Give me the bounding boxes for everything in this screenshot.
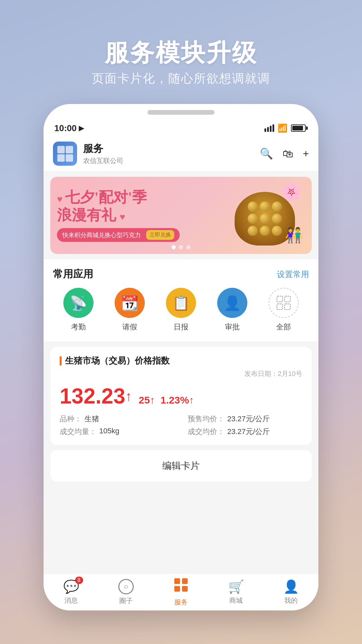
svg-rect-7 <box>182 586 188 592</box>
price-card: 生猪市场（交易）价格指数 发布日期：2月10号 132.23 ↑ 25↑ 1.2… <box>50 347 312 445</box>
svg-rect-6 <box>174 586 180 592</box>
dot-1 <box>172 245 176 249</box>
dot-2 <box>179 245 183 249</box>
quanbu-label: 全部 <box>276 322 291 332</box>
svg-rect-2 <box>277 304 283 310</box>
app-qingjia[interactable]: 📆 请假 <box>104 288 156 332</box>
bag-icon[interactable]: 🛍 <box>283 148 293 160</box>
tab-circle-label: 圈子 <box>119 596 133 605</box>
add-icon[interactable]: + <box>303 148 309 160</box>
price-detail-breed: 品种： 生猪 <box>60 414 174 424</box>
tab-mall[interactable]: 🛒 商城 <box>208 579 263 605</box>
price-value: 132.23 ↑ <box>60 384 132 409</box>
qingjia-icon: 📆 <box>115 288 145 318</box>
phone-frame: 10:00 ▶ 📶 <box>44 104 318 610</box>
tab-service[interactable]: 服务 <box>154 578 208 607</box>
app-shenpi[interactable]: 👤 审批 <box>206 288 258 332</box>
quanbu-icon <box>268 288 299 318</box>
kaoqin-icon: 📡 <box>63 288 94 318</box>
svg-rect-1 <box>285 296 290 302</box>
ribao-icon: 📋 <box>166 288 196 318</box>
ribao-label: 日报 <box>174 322 188 332</box>
section-action-btn[interactable]: 设置常用 <box>277 269 309 280</box>
search-icon[interactable]: 🔍 <box>260 147 273 160</box>
price-details: 品种： 生猪 预售均价： 23.27元/公斤 成交均量： 105kg 成交均价：… <box>60 414 302 437</box>
price-detail-presell: 预售均价： 23.27元/公斤 <box>188 414 302 424</box>
app-kaoqin[interactable]: 📡 考勤 <box>53 288 104 332</box>
wifi-icon: 📶 <box>278 123 288 133</box>
price-detail-volume: 成交均量： 105kg <box>60 427 174 437</box>
exchange-btn[interactable]: 立即兑换 <box>146 230 174 240</box>
tab-mall-label: 商城 <box>229 596 243 605</box>
bg-subtitle: 页面卡片化，随心所欲想调就调 <box>0 70 362 87</box>
status-bar: 10:00 ▶ 📶 <box>44 118 318 136</box>
tab-mine[interactable]: 👤 我的 <box>263 579 318 605</box>
app-subtitle: 农信互联公司 <box>83 156 260 165</box>
svg-rect-3 <box>285 304 290 310</box>
banner-image: 🌸 <box>225 182 305 249</box>
svg-rect-4 <box>174 578 180 584</box>
status-time: 10:00 <box>54 123 77 133</box>
banner[interactable]: ♥ 七夕'配对'季 浪漫有礼 ♥ 快来积分商城兑换心型巧克力 立即兑换 🌸 <box>50 177 312 254</box>
banner-dots <box>172 245 190 249</box>
price-up-arrow: ↑ <box>125 389 132 404</box>
tab-messages[interactable]: 💬 8 消息 <box>44 579 99 605</box>
location-icon: ▶ <box>79 124 84 132</box>
tab-mine-label: 我的 <box>284 596 298 605</box>
shenpi-icon: 👤 <box>217 288 247 318</box>
signal-icon <box>264 124 274 132</box>
shenpi-label: 审批 <box>225 322 240 332</box>
app-title: 服务 <box>83 142 260 156</box>
dot-3 <box>186 245 190 249</box>
banner-sub: 快来积分商城兑换心型巧克力 立即兑换 <box>57 228 180 242</box>
price-main-row: 132.23 ↑ 25↑ 1.23%↑ <box>60 384 302 409</box>
bg-title: 服务模块升级 <box>0 37 362 69</box>
price-change: 25↑ 1.23%↑ <box>139 394 194 406</box>
tab-service-label: 服务 <box>174 598 188 607</box>
qingjia-label: 请假 <box>122 322 137 332</box>
price-card-title: 生猪市场（交易）价格指数 <box>60 355 302 367</box>
svg-rect-5 <box>182 578 188 584</box>
tab-bar: 💬 8 消息 ○ 圈子 服务 🛒 商城 👤 我的 <box>44 574 318 609</box>
phone-screen: 10:00 ▶ 📶 <box>44 118 318 609</box>
svg-rect-0 <box>277 296 283 302</box>
app-quanbu[interactable]: 全部 <box>258 288 309 332</box>
common-apps-section: 常用应用 设置常用 📡 考勤 📆 请假 <box>44 259 318 341</box>
price-detail-avg: 成交均价： 23.27元/公斤 <box>188 427 302 437</box>
banner-hearts-left: ♥ <box>57 194 65 204</box>
tab-circle[interactable]: ○ 圈子 <box>99 579 154 605</box>
edit-card-btn[interactable]: 编辑卡片 <box>50 450 312 482</box>
banner-hearts-right: ♥ <box>120 212 125 222</box>
banner-title: ♥ 七夕'配对'季 浪漫有礼 ♥ <box>57 189 225 224</box>
kaoqin-label: 考勤 <box>71 322 86 332</box>
phone-notch <box>147 110 215 115</box>
app-ribao[interactable]: 📋 日报 <box>156 288 207 332</box>
tab-badge: 8 <box>75 577 83 584</box>
app-header: 服务 农信互联公司 🔍 🛍 + <box>44 136 318 171</box>
tab-messages-label: 消息 <box>64 596 78 605</box>
app-logo <box>53 142 77 166</box>
price-date: 发布日期：2月10号 <box>60 369 302 378</box>
battery-icon <box>291 124 308 132</box>
section-title: 常用应用 <box>53 267 93 281</box>
